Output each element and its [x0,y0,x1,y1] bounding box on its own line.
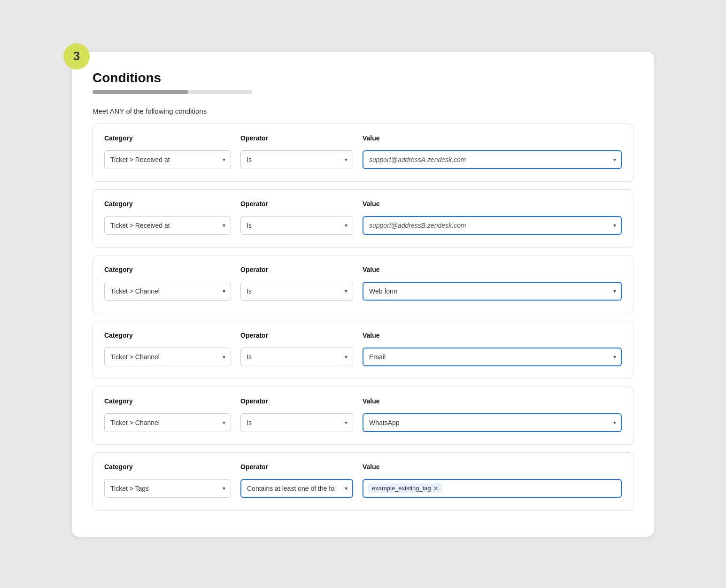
page-title: Conditions [93,70,633,85]
conditions-panel: 3 Conditions Meet ANY of the following c… [72,52,654,537]
operator-select-wrapper[interactable]: Is ▾ [240,150,353,169]
conditions-list: Category Operator Value Ticket > Receive… [93,124,633,511]
operator-label: Operator [240,332,353,339]
category-label: Category [104,266,231,273]
category-select-wrapper[interactable]: Ticket > Received at ▾ [104,150,231,169]
value-select[interactable]: support@addressA.zendesk.com [363,150,622,169]
progress-bar [93,90,252,94]
section-label: Meet ANY of the following conditions [93,107,633,115]
category-select[interactable]: Ticket > Channel [104,413,231,432]
operator-select-wrapper[interactable]: Is ▾ [240,216,353,235]
value-select-wrapper[interactable]: Email ▾ [363,348,622,366]
value-label: Value [363,332,622,339]
condition-row: Category Operator Value Ticket > Channel… [93,321,633,379]
category-label: Category [104,134,231,142]
value-label: Value [363,134,622,142]
operator-select[interactable]: Is [240,150,353,169]
condition-row: Category Operator Value Ticket > Receive… [93,189,633,248]
tags-value-box[interactable]: example_existing_tag✕ [363,479,622,498]
value-label: Value [363,266,622,273]
step-badge: 3 [63,43,90,70]
category-select-wrapper[interactable]: Ticket > Channel ▾ [104,413,231,432]
operator-select[interactable]: Is [240,282,353,301]
category-select-wrapper[interactable]: Ticket > Channel ▾ [104,282,231,301]
category-select-wrapper[interactable]: Ticket > Channel ▾ [104,348,231,366]
condition-row: Category Operator Value Ticket > Tags ▾ … [93,452,633,511]
tag-label: example_existing_tag [372,485,431,492]
category-select-wrapper[interactable]: Ticket > Received at ▾ [104,216,231,235]
category-select[interactable]: Ticket > Received at [104,150,231,169]
category-label: Category [104,463,231,471]
category-select-wrapper[interactable]: Ticket > Tags ▾ [104,479,231,498]
category-label: Category [104,332,231,339]
operator-select-wrapper[interactable]: Is ▾ [240,413,353,432]
tag-remove-icon[interactable]: ✕ [433,485,439,492]
value-select[interactable]: Email [363,348,622,366]
value-select[interactable]: support@addressB.zendesk.com [363,216,622,235]
operator-label: Operator [240,463,353,471]
tag-chip: example_existing_tag✕ [368,483,442,493]
category-label: Category [104,200,231,208]
value-select-wrapper[interactable]: WhatsApp ▾ [363,413,622,432]
progress-bar-fill [93,90,188,94]
condition-row: Category Operator Value Ticket > Channel… [93,387,633,445]
operator-select[interactable]: Is [240,413,353,432]
operator-label: Operator [240,397,353,405]
operator-select[interactable]: Contains at least one of the following [240,479,353,498]
category-label: Category [104,397,231,405]
value-label: Value [363,463,622,471]
condition-row: Category Operator Value Ticket > Receive… [93,124,633,182]
operator-label: Operator [240,266,353,273]
operator-select-wrapper[interactable]: Is ▾ [240,348,353,366]
category-select[interactable]: Ticket > Received at [104,216,231,235]
value-select[interactable]: WhatsApp [363,413,622,432]
condition-row: Category Operator Value Ticket > Channel… [93,255,633,313]
category-select[interactable]: Ticket > Tags [104,479,231,498]
operator-select-wrapper[interactable]: Contains at least one of the following ▾ [240,479,353,498]
operator-select[interactable]: Is [240,216,353,235]
value-select-wrapper[interactable]: support@addressB.zendesk.com ▾ [363,216,622,235]
operator-label: Operator [240,134,353,142]
category-select[interactable]: Ticket > Channel [104,348,231,366]
value-select[interactable]: Web form [363,282,622,301]
value-label: Value [363,397,622,405]
value-select-wrapper[interactable]: support@addressA.zendesk.com ▾ [363,150,622,169]
value-label: Value [363,200,622,208]
operator-label: Operator [240,200,353,208]
operator-select-wrapper[interactable]: Is ▾ [240,282,353,301]
operator-select[interactable]: Is [240,348,353,366]
value-select-wrapper[interactable]: Web form ▾ [363,282,622,301]
category-select[interactable]: Ticket > Channel [104,282,231,301]
